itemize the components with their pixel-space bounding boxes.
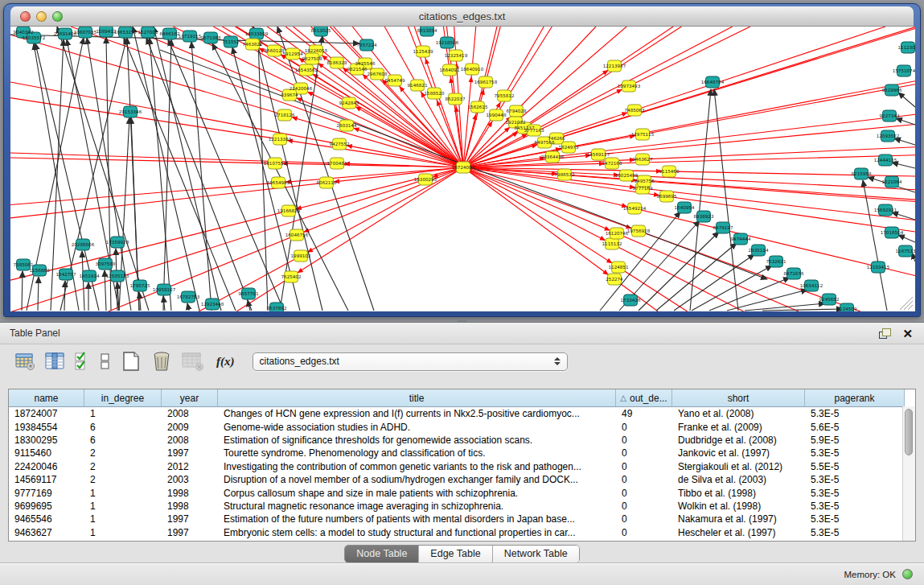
- cell-year[interactable]: 1997: [162, 513, 218, 525]
- cell-name[interactable]: 19384554: [9, 422, 84, 433]
- cell-in_degree[interactable]: 1: [84, 527, 162, 538]
- cell-year[interactable]: 2003: [162, 474, 218, 485]
- column-header-pagerank[interactable]: pagerank: [805, 389, 905, 406]
- table-options-icon[interactable]: [14, 352, 36, 371]
- cell-year[interactable]: 2008: [162, 435, 218, 446]
- column-header-short[interactable]: short: [672, 389, 805, 406]
- cell-name[interactable]: 9699695: [9, 501, 84, 512]
- column-header-name[interactable]: name: [9, 389, 84, 406]
- cell-out_de[interactable]: 0: [616, 501, 672, 512]
- table-row[interactable]: 1872400712008Changes of HCN gene express…: [9, 407, 915, 420]
- cell-out_de[interactable]: 0: [616, 461, 672, 472]
- cell-in_degree[interactable]: 6: [84, 435, 162, 446]
- cell-in_degree[interactable]: 2: [84, 474, 162, 485]
- resize-grip-icon[interactable]: [908, 305, 913, 310]
- cell-out_de[interactable]: 49: [616, 408, 672, 419]
- table-row[interactable]: 946554611997Estimation of the future num…: [9, 513, 915, 525]
- table-select[interactable]: citations_edges.txt: [253, 352, 568, 371]
- network-canvas[interactable]: 9040392140355722089140610887035108941210…: [10, 27, 915, 311]
- cell-in_degree[interactable]: 1: [84, 408, 162, 419]
- table-row[interactable]: 911546021997Tourette syndrome. Phenomeno…: [9, 447, 915, 459]
- table-row[interactable]: 977716911998Corpus callosum shape and si…: [9, 486, 915, 499]
- table-row[interactable]: 1938455462009Genome-wide association stu…: [9, 420, 915, 433]
- function-builder-icon[interactable]: f(x): [216, 355, 235, 369]
- cell-year[interactable]: 1998: [162, 501, 218, 512]
- cell-year[interactable]: 2012: [162, 461, 218, 472]
- cell-name[interactable]: 22420046: [9, 461, 84, 472]
- cell-pagerank[interactable]: 5.3E-5: [805, 447, 905, 459]
- select-all-icon[interactable]: [73, 351, 91, 372]
- table-scrollbar[interactable]: [902, 406, 915, 541]
- cell-short[interactable]: Nakamura et al. (1997): [672, 513, 805, 525]
- cell-short[interactable]: Yano et al. (2008): [672, 408, 805, 419]
- float-panel-icon[interactable]: [879, 328, 891, 339]
- cell-pagerank[interactable]: 5.3E-5: [805, 474, 905, 485]
- cell-title[interactable]: Changes of HCN gene expression and I(f) …: [218, 408, 616, 419]
- cell-short[interactable]: Franke et al. (2009): [672, 422, 805, 433]
- cell-out_de[interactable]: 0: [616, 435, 672, 446]
- cell-out_de[interactable]: 0: [616, 488, 672, 499]
- cell-title[interactable]: Structural magnetic resonance image aver…: [218, 501, 616, 512]
- cell-name[interactable]: 14569117: [9, 474, 84, 485]
- cell-short[interactable]: Jankovic et al. (1997): [672, 447, 805, 459]
- row-height-icon[interactable]: [99, 351, 112, 372]
- cell-pagerank[interactable]: 5.3E-5: [805, 513, 905, 525]
- cell-pagerank[interactable]: 5.3E-5: [805, 408, 905, 419]
- cell-pagerank[interactable]: 5.3E-5: [805, 488, 905, 499]
- cell-out_de[interactable]: 0: [616, 422, 672, 433]
- cell-out_de[interactable]: 0: [616, 527, 672, 538]
- cell-title[interactable]: Estimation of the future numbers of pati…: [218, 513, 616, 525]
- cell-pagerank[interactable]: 5.3E-5: [805, 527, 905, 538]
- column-header-out_de[interactable]: △out_de...: [616, 389, 672, 406]
- cell-title[interactable]: Disruption of a novel member of a sodium…: [218, 474, 616, 485]
- cell-name[interactable]: 18300295: [9, 435, 84, 446]
- cell-pagerank[interactable]: 5.3E-5: [805, 501, 905, 512]
- cell-short[interactable]: de Silva et al. (2003): [672, 474, 805, 485]
- cell-in_degree[interactable]: 1: [84, 488, 162, 499]
- cell-title[interactable]: Tourette syndrome. Phenomenology and cla…: [218, 447, 616, 459]
- cell-title[interactable]: Investigating the contribution of common…: [218, 461, 616, 472]
- cell-title[interactable]: Genome-wide association studies in ADHD.: [218, 422, 616, 433]
- column-header-year[interactable]: year: [162, 389, 218, 406]
- tab-edge-table[interactable]: Edge Table: [419, 546, 492, 562]
- cell-in_degree[interactable]: 2: [84, 447, 162, 459]
- cell-name[interactable]: 9465546: [9, 513, 84, 525]
- cell-year[interactable]: 2008: [162, 408, 218, 419]
- cell-year[interactable]: 2009: [162, 422, 218, 433]
- cell-in_degree[interactable]: 2: [84, 461, 162, 472]
- scrollbar-thumb[interactable]: [905, 409, 913, 455]
- cell-year[interactable]: 1998: [162, 488, 218, 499]
- cell-pagerank[interactable]: 5.6E-5: [805, 422, 905, 433]
- new-table-icon[interactable]: [120, 350, 142, 373]
- cell-out_de[interactable]: 0: [616, 513, 672, 525]
- table-row[interactable]: 946362711997Embryonic stem cells: a mode…: [9, 526, 915, 539]
- cell-out_de[interactable]: 0: [616, 474, 672, 485]
- cell-out_de[interactable]: 0: [616, 447, 672, 459]
- cell-short[interactable]: Tibbo et al. (1998): [672, 488, 805, 499]
- close-window-button[interactable]: [20, 11, 31, 22]
- cell-in_degree[interactable]: 1: [84, 513, 162, 525]
- table-row[interactable]: 1830029562008Estimation of significance …: [9, 434, 915, 447]
- cell-title[interactable]: Estimation of significance thresholds fo…: [218, 435, 616, 446]
- minimize-window-button[interactable]: [36, 11, 47, 22]
- cell-short[interactable]: Stergiakouli et al. (2012): [672, 461, 805, 472]
- window-titlebar[interactable]: citations_edges.txt: [10, 6, 914, 27]
- cell-name[interactable]: 18724007: [9, 408, 84, 419]
- cell-pagerank[interactable]: 5.5E-5: [805, 461, 905, 472]
- cell-title[interactable]: Embryonic stem cells: a model to study s…: [218, 527, 616, 538]
- tab-node-table[interactable]: Node Table: [345, 546, 419, 562]
- cell-year[interactable]: 1997: [162, 447, 218, 459]
- cell-title[interactable]: Corpus callosum shape and size in male p…: [218, 488, 616, 499]
- cell-short[interactable]: Wolkin et al. (1998): [672, 501, 805, 512]
- zoom-window-button[interactable]: [52, 11, 63, 22]
- cell-name[interactable]: 9115460: [9, 447, 84, 459]
- column-header-title[interactable]: title: [218, 389, 616, 406]
- cell-pagerank[interactable]: 5.9E-5: [805, 435, 905, 446]
- cell-year[interactable]: 1997: [162, 527, 218, 538]
- cell-short[interactable]: Hescheler et al. (1997): [672, 527, 805, 538]
- close-panel-icon[interactable]: ✕: [902, 328, 913, 340]
- show-columns-icon[interactable]: [44, 352, 65, 371]
- cell-name[interactable]: 9463627: [9, 527, 84, 538]
- cell-in_degree[interactable]: 6: [84, 422, 162, 433]
- cell-in_degree[interactable]: 1: [84, 501, 162, 512]
